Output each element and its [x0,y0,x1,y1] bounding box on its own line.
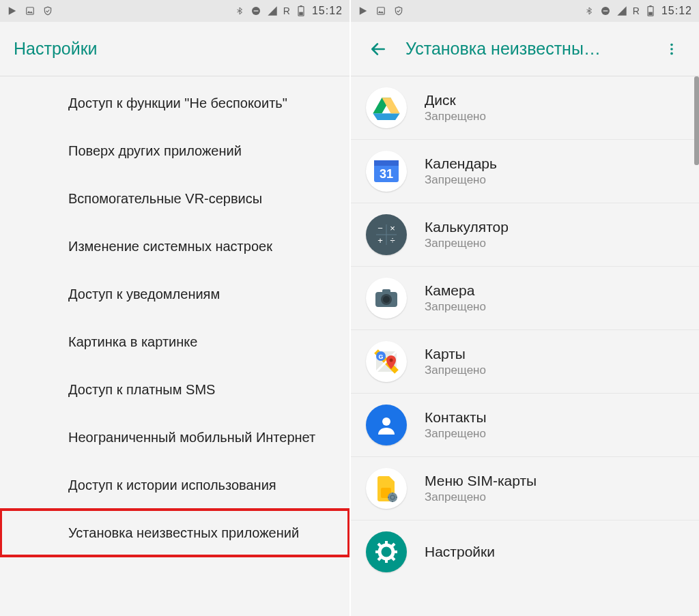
svg-text:G: G [378,353,383,360]
roaming-indicator: R [283,5,290,16]
svg-point-27 [383,296,390,303]
settings-item-install-unknown[interactable]: Установка неизвестных приложений [0,509,350,557]
svg-rect-16 [374,160,399,166]
svg-rect-4 [300,5,302,7]
play-store-icon [358,5,369,16]
app-item-maps[interactable]: G Карты Запрещено [351,330,699,394]
sim-icon [366,468,407,509]
app-status: Запрещено [425,300,486,314]
svg-line-43 [378,557,381,560]
svg-rect-2 [253,10,258,11]
bluetooth-icon [584,5,595,16]
svg-line-40 [378,544,381,546]
app-name: Календарь [425,156,497,172]
svg-point-44 [384,549,389,555]
contacts-icon [366,405,407,445]
svg-point-13 [670,48,673,50]
app-status: Запрещено [425,364,486,377]
settings-item-premium-sms[interactable]: Доступ к платным SMS [0,366,350,413]
svg-line-42 [392,544,395,546]
shield-icon [42,5,53,16]
app-status: Запрещено [425,237,509,250]
clock: 15:12 [312,5,343,17]
app-list: Диск Запрещено 31 Календарь Запрещено − [351,76,699,583]
app-status: Запрещено [425,490,537,504]
svg-rect-5 [299,12,303,15]
settings-list: Доступ к функции "Не беспокоить" Поверх … [0,76,350,557]
svg-text:+: + [377,235,383,246]
settings-icon [366,531,407,572]
dnd-icon [600,5,611,16]
screen-unknown-sources: R 15:12 Установка неизвестны… [350,0,699,616]
shield-icon [393,5,404,16]
app-item-calculator[interactable]: − × + ÷ Калькулятор Запрещено [351,203,699,267]
back-button[interactable] [365,35,392,63]
app-status: Запрещено [425,110,486,123]
app-item-settings[interactable]: Настройки [351,520,699,583]
app-name: Камера [425,282,486,299]
svg-rect-25 [382,289,390,293]
scrollbar[interactable] [694,76,699,165]
svg-point-14 [670,52,673,55]
page-title: Настройки [14,39,98,59]
svg-rect-0 [27,8,34,15]
settings-item-vr-helper[interactable]: Вспомогательные VR-сервисы [0,175,350,222]
svg-rect-8 [603,10,608,11]
screen-settings: R 15:12 Настройки Доступ к функции "Не б… [0,0,350,616]
svg-point-12 [670,43,673,46]
camera-icon [366,278,407,319]
play-store-icon [7,5,18,16]
calculator-icon: − × + ÷ [366,214,407,255]
app-item-drive[interactable]: Диск Запрещено [351,76,699,140]
app-header-unknown: Установка неизвестны… [351,22,699,76]
svg-point-30 [390,359,393,362]
svg-text:−: − [377,223,383,233]
svg-text:÷: ÷ [390,235,395,246]
app-item-camera[interactable]: Камера Запрещено [351,267,699,330]
image-icon [375,5,386,16]
settings-item-usage-access[interactable]: Доступ к истории использования [0,461,350,509]
drive-icon [366,87,407,128]
app-status: Запрещено [425,427,487,441]
bluetooth-icon [234,5,245,16]
settings-item-unrestricted-data[interactable]: Неограниченный мобильный Интернет [0,413,350,461]
svg-rect-10 [649,5,651,7]
settings-item-draw-over[interactable]: Поверх других приложений [0,127,350,175]
image-icon [25,5,35,16]
maps-icon: G [366,341,407,382]
svg-point-33 [388,493,397,502]
page-title: Установка неизвестны… [405,39,601,59]
app-item-sim-menu[interactable]: Меню SIM-карты Запрещено [351,457,699,520]
app-status: Запрещено [425,173,497,187]
app-name: Карты [425,346,486,362]
app-name: Диск [425,92,486,108]
settings-item-pip[interactable]: Картинка в картинке [0,318,350,366]
status-bar: R 15:12 [0,0,350,22]
svg-line-41 [392,557,395,560]
signal-icon [267,5,278,16]
svg-point-31 [382,417,390,426]
dnd-icon [251,5,261,16]
app-item-contacts[interactable]: Контакты Запрещено [351,394,699,457]
battery-icon [645,5,656,16]
settings-item-dnd-access[interactable]: Доступ к функции "Не беспокоить" [0,79,350,127]
status-bar: R 15:12 [351,0,699,22]
app-item-calendar[interactable]: 31 Календарь Запрещено [351,140,699,203]
svg-rect-11 [648,12,653,15]
app-name: Калькулятор [425,219,509,235]
svg-text:×: × [390,223,395,233]
more-button[interactable] [658,35,685,63]
app-header-settings: Настройки [0,22,350,76]
app-name: Контакты [425,409,487,426]
app-name: Меню SIM-карты [425,473,537,489]
settings-item-modify-system[interactable]: Изменение системных настроек [0,222,350,270]
signal-icon [616,5,627,16]
battery-icon [296,5,306,16]
roaming-indicator: R [633,5,640,16]
clock: 15:12 [661,5,692,17]
settings-item-notification-access[interactable]: Доступ к уведомлениям [0,270,350,318]
calendar-icon: 31 [366,151,407,192]
svg-rect-6 [377,8,385,15]
app-name: Настройки [425,544,495,560]
svg-text:31: 31 [380,167,393,181]
